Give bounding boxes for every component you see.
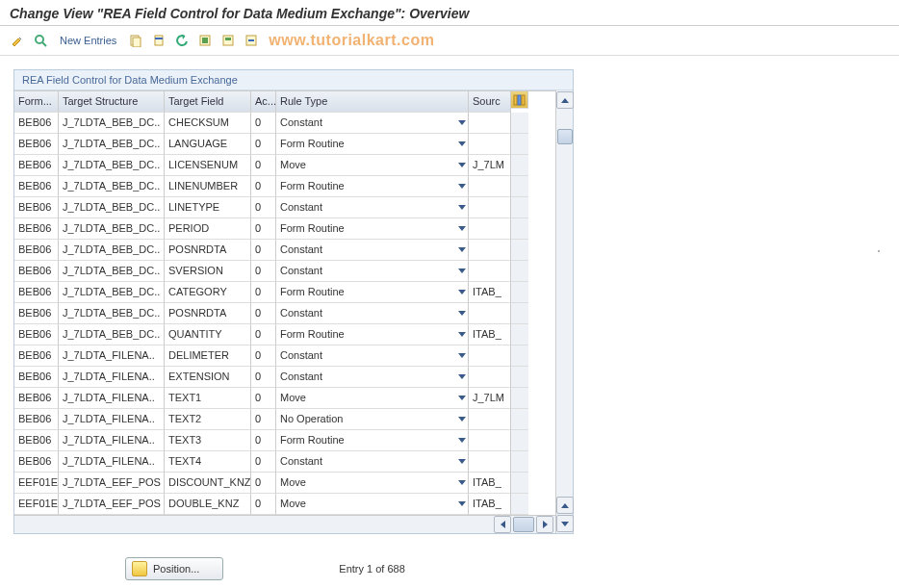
dropdown-icon[interactable] bbox=[458, 141, 466, 146]
cell-rule-type[interactable]: Constant bbox=[276, 197, 469, 218]
cell-ac[interactable]: 0 bbox=[251, 240, 276, 261]
cell-target-field[interactable]: CATEGORY bbox=[165, 282, 251, 303]
cell-target-structure[interactable]: J_7LDTA_FILENA.. bbox=[59, 388, 165, 409]
cell-form[interactable]: BEB06 bbox=[14, 176, 59, 197]
dropdown-icon[interactable] bbox=[458, 163, 466, 167]
horizontal-scrollbar[interactable] bbox=[14, 515, 555, 533]
cell-target-field[interactable]: EXTENSION bbox=[165, 367, 251, 388]
col-rule-type[interactable]: Rule Type bbox=[276, 91, 469, 113]
cell-target-field[interactable]: TEXT1 bbox=[165, 388, 251, 409]
cell-target-structure[interactable]: J_7LDTA_BEB_DC.. bbox=[59, 197, 165, 218]
cell-target-structure[interactable]: J_7LDTA_EEF_POS bbox=[59, 494, 165, 515]
cell-form[interactable]: BEB06 bbox=[14, 261, 59, 282]
cell-ac[interactable]: 0 bbox=[251, 176, 276, 197]
vscroll-down-icon[interactable] bbox=[556, 515, 574, 532]
cell-rule-type[interactable]: Form Routine bbox=[276, 430, 469, 451]
dropdown-icon[interactable] bbox=[458, 438, 466, 443]
dropdown-icon[interactable] bbox=[458, 459, 466, 464]
cell-rule-type[interactable]: Move bbox=[276, 473, 469, 494]
vscroll-page-up-icon[interactable] bbox=[556, 497, 574, 514]
cell-ac[interactable]: 0 bbox=[251, 388, 276, 409]
cell-target-field[interactable]: TEXT2 bbox=[165, 409, 251, 430]
dropdown-icon[interactable] bbox=[458, 332, 466, 337]
cell-ac[interactable]: 0 bbox=[251, 430, 276, 451]
cell-rule-type[interactable]: Constant bbox=[276, 240, 469, 261]
cell-target-structure[interactable]: J_7LDTA_BEB_DC.. bbox=[59, 303, 165, 324]
cell-rule-type[interactable]: Constant bbox=[276, 303, 469, 324]
cell-form[interactable]: BEB06 bbox=[14, 324, 59, 345]
cell-source[interactable]: J_7LM bbox=[469, 388, 511, 409]
cell-target-field[interactable]: CHECKSUM bbox=[165, 113, 251, 134]
cell-source[interactable] bbox=[469, 367, 511, 388]
cell-target-structure[interactable]: J_7LDTA_BEB_DC.. bbox=[59, 134, 165, 155]
hscroll-right-icon[interactable] bbox=[536, 516, 553, 533]
hscroll-thumb[interactable] bbox=[513, 517, 534, 532]
vscroll-up-icon[interactable] bbox=[556, 91, 574, 109]
cell-source[interactable] bbox=[469, 430, 511, 451]
cell-ac[interactable]: 0 bbox=[251, 113, 276, 134]
cell-target-field[interactable]: LINETYPE bbox=[165, 197, 251, 218]
cell-ac[interactable]: 0 bbox=[251, 303, 276, 324]
cell-target-field[interactable]: PERIOD bbox=[165, 218, 251, 240]
cell-form[interactable]: BEB06 bbox=[14, 282, 59, 303]
cell-form[interactable]: EEF01E bbox=[14, 473, 59, 494]
cell-target-structure[interactable]: J_7LDTA_BEB_DC.. bbox=[59, 218, 165, 240]
cell-form[interactable]: BEB06 bbox=[14, 409, 59, 430]
cell-rule-type[interactable]: Move bbox=[276, 494, 469, 515]
cell-target-field[interactable]: QUANTITY bbox=[165, 324, 251, 345]
cell-ac[interactable]: 0 bbox=[251, 451, 276, 473]
col-ac[interactable]: Ac... bbox=[251, 91, 276, 113]
cell-form[interactable]: EEF01E bbox=[14, 494, 59, 515]
dropdown-icon[interactable] bbox=[458, 353, 466, 358]
cell-rule-type[interactable]: Constant bbox=[276, 261, 469, 282]
dropdown-icon[interactable] bbox=[458, 290, 466, 294]
cell-ac[interactable]: 0 bbox=[251, 345, 276, 367]
cell-form[interactable]: BEB06 bbox=[14, 134, 59, 155]
cell-source[interactable] bbox=[469, 134, 511, 155]
cell-target-structure[interactable]: J_7LDTA_FILENA.. bbox=[59, 345, 165, 367]
configure-columns-icon[interactable] bbox=[511, 91, 528, 109]
cell-source[interactable] bbox=[469, 176, 511, 197]
cell-target-field[interactable]: POSNRDTA bbox=[165, 240, 251, 261]
cell-source[interactable] bbox=[469, 197, 511, 218]
col-form[interactable]: Form... bbox=[14, 91, 59, 113]
delete-icon[interactable] bbox=[149, 31, 168, 50]
dropdown-icon[interactable] bbox=[458, 501, 466, 506]
vscroll-thumb[interactable] bbox=[557, 129, 573, 144]
cell-ac[interactable]: 0 bbox=[251, 261, 276, 282]
cell-target-field[interactable]: SVERSION bbox=[165, 261, 251, 282]
dropdown-icon[interactable] bbox=[458, 311, 466, 316]
cell-target-structure[interactable]: J_7LDTA_BEB_DC.. bbox=[59, 155, 165, 176]
cell-ac[interactable]: 0 bbox=[251, 409, 276, 430]
cell-target-structure[interactable]: J_7LDTA_BEB_DC.. bbox=[59, 113, 165, 134]
cell-rule-type[interactable]: Constant bbox=[276, 367, 469, 388]
cell-source[interactable] bbox=[469, 451, 511, 473]
dropdown-icon[interactable] bbox=[458, 480, 466, 485]
cell-rule-type[interactable]: Form Routine bbox=[276, 324, 469, 345]
dropdown-icon[interactable] bbox=[458, 247, 466, 252]
new-entries-button[interactable]: New Entries bbox=[54, 35, 122, 46]
cell-target-structure[interactable]: J_7LDTA_BEB_DC.. bbox=[59, 240, 165, 261]
cell-target-field[interactable]: LANGUAGE bbox=[165, 134, 251, 155]
cell-target-field[interactable]: POSNRDTA bbox=[165, 303, 251, 324]
cell-target-structure[interactable]: J_7LDTA_FILENA.. bbox=[59, 451, 165, 473]
cell-ac[interactable]: 0 bbox=[251, 134, 276, 155]
cell-ac[interactable]: 0 bbox=[251, 155, 276, 176]
cell-source[interactable] bbox=[469, 261, 511, 282]
cell-rule-type[interactable]: Form Routine bbox=[276, 176, 469, 197]
cell-source[interactable] bbox=[469, 303, 511, 324]
cell-target-structure[interactable]: J_7LDTA_EEF_POS bbox=[59, 473, 165, 494]
col-target-structure[interactable]: Target Structure bbox=[59, 91, 165, 113]
cell-rule-type[interactable]: Form Routine bbox=[276, 218, 469, 240]
cell-target-structure[interactable]: J_7LDTA_FILENA.. bbox=[59, 430, 165, 451]
cell-target-field[interactable]: LICENSENUM bbox=[165, 155, 251, 176]
cell-rule-type[interactable]: Form Routine bbox=[276, 282, 469, 303]
cell-form[interactable]: BEB06 bbox=[14, 218, 59, 240]
toggle-display-change-icon[interactable] bbox=[8, 31, 27, 50]
dropdown-icon[interactable] bbox=[458, 417, 466, 422]
cell-form[interactable]: BEB06 bbox=[14, 388, 59, 409]
dropdown-icon[interactable] bbox=[458, 226, 466, 231]
cell-rule-type[interactable]: Constant bbox=[276, 345, 469, 367]
cell-form[interactable]: BEB06 bbox=[14, 197, 59, 218]
cell-form[interactable]: BEB06 bbox=[14, 113, 59, 134]
